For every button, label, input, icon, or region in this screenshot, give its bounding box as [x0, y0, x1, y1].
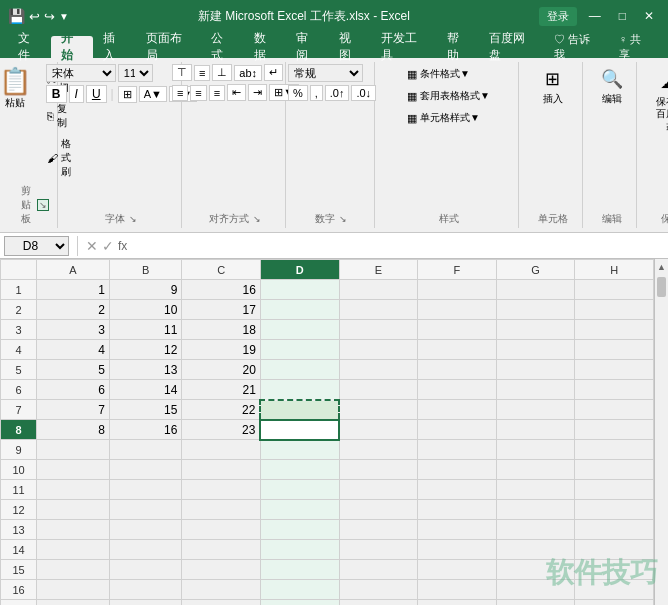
- cell-C2[interactable]: 17: [182, 300, 261, 320]
- cell-H11[interactable]: [575, 480, 654, 500]
- cell-F11[interactable]: [418, 480, 497, 500]
- cell-H13[interactable]: [575, 520, 654, 540]
- cell-D11[interactable]: [260, 480, 339, 500]
- cell-F10[interactable]: [418, 460, 497, 480]
- cell-F1[interactable]: [418, 280, 497, 300]
- tab-developer[interactable]: 开发工具: [371, 36, 436, 58]
- cell-B4[interactable]: 12: [109, 340, 182, 360]
- cell-H14[interactable]: [575, 540, 654, 560]
- close-button[interactable]: ✕: [638, 7, 660, 25]
- cell-B13[interactable]: [109, 520, 182, 540]
- row-number-17[interactable]: 17: [1, 600, 37, 606]
- row-number-15[interactable]: 15: [1, 560, 37, 580]
- table-format-button[interactable]: ▦ 套用表格格式▼: [402, 86, 495, 106]
- col-header-G[interactable]: G: [496, 260, 575, 280]
- col-header-F[interactable]: F: [418, 260, 497, 280]
- col-header-B[interactable]: B: [109, 260, 182, 280]
- tab-home[interactable]: 开始: [51, 36, 94, 58]
- center-align-button[interactable]: ≡: [190, 85, 206, 101]
- cell-D1[interactable]: [260, 280, 339, 300]
- cell-A17[interactable]: [37, 600, 110, 606]
- cell-H1[interactable]: [575, 280, 654, 300]
- cell-G6[interactable]: [496, 380, 575, 400]
- number-expand-button[interactable]: ↘: [337, 213, 349, 225]
- cell-F6[interactable]: [418, 380, 497, 400]
- cell-D5[interactable]: [260, 360, 339, 380]
- cell-E14[interactable]: [339, 540, 418, 560]
- cell-C8[interactable]: 23: [182, 420, 261, 440]
- font-size-select[interactable]: 11: [118, 64, 153, 82]
- row-number-16[interactable]: 16: [1, 580, 37, 600]
- cell-F17[interactable]: [418, 600, 497, 606]
- name-box[interactable]: D8: [4, 236, 69, 256]
- col-header-A[interactable]: A: [37, 260, 110, 280]
- col-header-E[interactable]: E: [339, 260, 418, 280]
- cell-A6[interactable]: 6: [37, 380, 110, 400]
- cell-H4[interactable]: [575, 340, 654, 360]
- cell-E16[interactable]: [339, 580, 418, 600]
- cell-B8[interactable]: 16: [109, 420, 182, 440]
- cell-A16[interactable]: [37, 580, 110, 600]
- cell-E15[interactable]: [339, 560, 418, 580]
- cell-E8[interactable]: [339, 420, 418, 440]
- cell-B14[interactable]: [109, 540, 182, 560]
- cell-E5[interactable]: [339, 360, 418, 380]
- increase-indent-button[interactable]: ⇥: [248, 84, 267, 101]
- undo-icon[interactable]: ↩: [29, 9, 40, 24]
- comma-format-button[interactable]: ,: [310, 85, 323, 101]
- decrease-decimal-button[interactable]: .0↓: [351, 85, 376, 101]
- cell-F3[interactable]: [418, 320, 497, 340]
- cell-D9[interactable]: [260, 440, 339, 460]
- tab-formulas[interactable]: 公式: [201, 36, 244, 58]
- cell-G9[interactable]: [496, 440, 575, 460]
- cell-G12[interactable]: [496, 500, 575, 520]
- cell-G14[interactable]: [496, 540, 575, 560]
- cell-A15[interactable]: [37, 560, 110, 580]
- cell-F5[interactable]: [418, 360, 497, 380]
- cell-F2[interactable]: [418, 300, 497, 320]
- tab-tell-me[interactable]: ♡ 告诉我: [544, 36, 608, 58]
- maximize-button[interactable]: □: [613, 7, 632, 25]
- tab-insert[interactable]: 插入: [93, 36, 136, 58]
- cell-B5[interactable]: 13: [109, 360, 182, 380]
- cell-H9[interactable]: [575, 440, 654, 460]
- cell-H7[interactable]: [575, 400, 654, 420]
- row-number-1[interactable]: 1: [1, 280, 37, 300]
- cell-D12[interactable]: [260, 500, 339, 520]
- cell-H2[interactable]: [575, 300, 654, 320]
- insert-cells-button[interactable]: ⊞ 插入: [533, 64, 573, 110]
- cell-C11[interactable]: [182, 480, 261, 500]
- wrap-text-button[interactable]: ↵: [264, 64, 283, 81]
- cell-A11[interactable]: [37, 480, 110, 500]
- font-family-select[interactable]: 宋体: [46, 64, 116, 82]
- minimize-button[interactable]: —: [583, 7, 607, 25]
- cell-A1[interactable]: 1: [37, 280, 110, 300]
- cell-G13[interactable]: [496, 520, 575, 540]
- cell-F15[interactable]: [418, 560, 497, 580]
- cell-F9[interactable]: [418, 440, 497, 460]
- scroll-up-button[interactable]: ▲: [655, 259, 668, 275]
- align-middle-button[interactable]: ≡: [194, 65, 210, 81]
- cell-G17[interactable]: [496, 600, 575, 606]
- cell-D14[interactable]: [260, 540, 339, 560]
- cell-H3[interactable]: [575, 320, 654, 340]
- text-direction-button[interactable]: ab↕: [234, 65, 262, 81]
- cell-C5[interactable]: 20: [182, 360, 261, 380]
- cancel-formula-button[interactable]: ✕: [86, 238, 98, 254]
- decrease-indent-button[interactable]: ⇤: [227, 84, 246, 101]
- cell-D16[interactable]: [260, 580, 339, 600]
- cell-E3[interactable]: [339, 320, 418, 340]
- right-align-button[interactable]: ≡: [209, 85, 225, 101]
- cell-H8[interactable]: [575, 420, 654, 440]
- cell-C7[interactable]: 22: [182, 400, 261, 420]
- cell-G5[interactable]: [496, 360, 575, 380]
- underline-button[interactable]: U: [86, 85, 107, 103]
- login-button[interactable]: 登录: [539, 7, 577, 26]
- row-number-13[interactable]: 13: [1, 520, 37, 540]
- cell-G4[interactable]: [496, 340, 575, 360]
- confirm-formula-button[interactable]: ✓: [102, 238, 114, 254]
- col-header-H[interactable]: H: [575, 260, 654, 280]
- cell-C13[interactable]: [182, 520, 261, 540]
- cell-D3[interactable]: [260, 320, 339, 340]
- cell-D6[interactable]: [260, 380, 339, 400]
